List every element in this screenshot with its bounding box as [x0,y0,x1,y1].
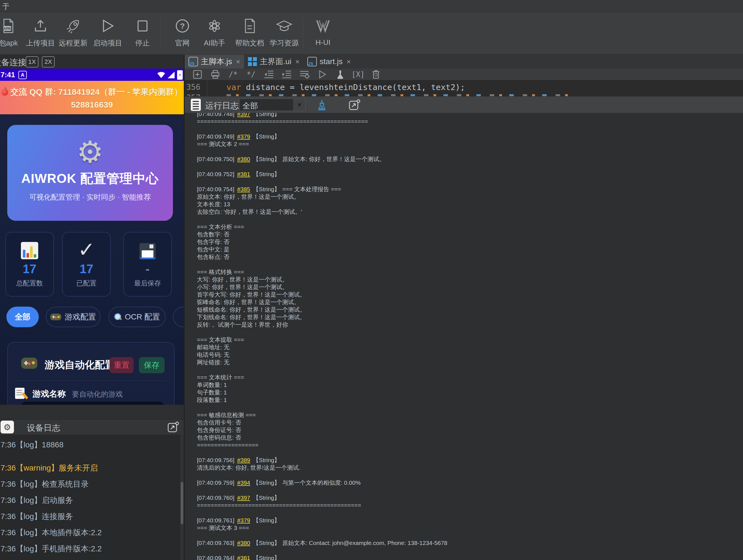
log-timestamp: [07:40:09.749] [197,133,234,140]
toolbar-item-label: AI助手 [204,38,225,48]
status-time: 7:41 [1,71,15,79]
code-editor[interactable]: 356 357 var distance = levenshteinDistan… [185,80,743,96]
filter-chip-1[interactable]: 全部 [6,307,39,327]
filter-chip-3[interactable]: OCR 配置 [108,307,166,327]
close-icon[interactable]: × [295,57,300,66]
print-icon[interactable] [210,69,221,80]
tab-主脚本.js[interactable]: 主脚本.js× [185,55,244,68]
comment-close-icon[interactable]: */ [246,69,257,80]
toolbar-item-play[interactable]: 启动项目 [90,16,125,52]
log-ref-link[interactable]: #385 [237,186,250,192]
toolbar-item-apk[interactable]: APK包apk [0,16,26,52]
close-icon[interactable]: × [346,57,351,66]
log-ref-link[interactable]: #381 [237,171,250,177]
device-log-scrollbar [180,434,184,560]
toolbar-item-label: 包apk [0,38,18,48]
log-type-tag: 【String】 [253,156,280,162]
device-log-scrollbar-thumb[interactable] [181,482,183,524]
magnifier-icon [114,313,122,321]
chevron-down-icon[interactable]: ▼ [294,99,305,111]
log-filter-dropdown[interactable]: 全部 ▼ [239,99,306,111]
filter-chip-partial[interactable] [173,307,184,327]
log-type-tag: 【String】 [253,113,280,117]
run-log-line: 首字母大写: 你好，世界！这是一个测试。 [197,291,743,298]
log-ref-link[interactable]: #394 [237,479,250,486]
toolbar-item-rocket[interactable]: 远程更新 [56,16,90,52]
run-log-line: 邮箱地址: 无 [197,343,743,351]
toolbar-item-upload[interactable]: 上传项目 [23,16,58,52]
log-ref-link[interactable]: #397 [237,113,250,117]
log-ref-link[interactable]: #379 [237,517,250,523]
run-log-spacer [197,125,743,133]
device-log-spacer [1,456,180,463]
float-log-window-icon[interactable] [348,99,360,111]
run-log-panel[interactable]: [07:40:09.748]#397【String】==============… [185,113,743,560]
run-log-line: === 敏感信息检测 === [197,411,743,419]
run-log-spacer [197,509,743,516]
log-ref-link[interactable]: #381 [237,555,250,560]
qq-banner-line2: 528816639 [0,100,184,109]
phone-mirror[interactable]: 7:41 A ⚡ 交流 QQ 群: 711841924（群一 - 苹果内测群） … [0,68,184,405]
device-log-entry: 7:36【log】本地插件版本:2.2 [1,528,180,538]
log-type-tag: 【String】 [253,540,280,546]
device-log-list[interactable]: 7:36【log】188687:36【warning】服务未开启7:36【log… [0,434,180,560]
device-log-entry: 7:36【log】连接服务 [1,512,180,521]
game-name-input[interactable] [21,402,164,405]
tab-start.js[interactable]: start.js× [303,55,355,68]
gear-icon: ⚙ [7,137,173,167]
toolbar-item-label: H-UI [315,38,330,47]
log-ref-link[interactable]: #380 [237,156,250,162]
stat-label: 最后保存 [124,279,171,288]
comment-open-icon[interactable]: /* [228,69,239,80]
toolbar-item-question[interactable]: ?官网 [165,16,200,52]
log-ref-link[interactable]: #389 [237,457,250,463]
reset-button[interactable]: 重置 [110,357,134,373]
menu-item-partial[interactable]: 于 [2,2,9,11]
new-file-icon[interactable] [192,69,203,80]
stat-label: 已配置 [63,279,110,288]
run-log-line: ================== [197,441,743,449]
toolbar-item-stop[interactable]: 停止 [125,16,160,52]
run-log-line: 下划线命名: 你好，世界！这是一个测试。 [197,313,743,321]
code-line-clipped [226,94,575,96]
run-log-line: === 文本提取 === [197,336,743,343]
toolbar-item-doc[interactable]: 帮助文档 [232,16,267,52]
toolbar-item-label: 帮助文档 [235,38,264,48]
toolbar-item-hui[interactable]: H-UI [306,16,340,52]
run-script-icon[interactable] [317,69,328,80]
game-name-label: 游戏名称 [32,388,66,400]
outdent-icon[interactable] [263,69,274,80]
clear-log-brush-icon[interactable] [316,99,328,111]
format-code-icon[interactable] [299,69,310,80]
device-log-title: 设备日志 [27,422,60,434]
scale-1x-button[interactable]: 1X [26,56,39,67]
close-icon[interactable]: × [236,57,240,66]
bar-chart-icon [21,242,38,259]
float-window-icon[interactable] [167,421,179,433]
log-type-tag: 【String】 [253,479,280,486]
log-ref-link[interactable]: #379 [237,133,250,140]
tab-主界面.ui[interactable]: 主界面.ui× [244,55,303,68]
toolbar-item-ai[interactable]: AI助手 [197,16,232,52]
run-log-spacer [197,366,743,374]
toolbar-item-label: 启动项目 [93,38,122,48]
run-log-spacer [197,471,743,479]
scale-2x-button[interactable]: 2X [42,56,55,67]
indent-icon[interactable] [281,69,292,80]
filter-chip-2[interactable]: 游戏配置 [46,307,100,327]
test-flask-icon[interactable] [335,69,346,80]
question-icon: ? [175,16,190,36]
variables-icon[interactable]: [X] [353,69,364,80]
save-button[interactable]: 保存 [139,357,165,373]
clear-trash-icon[interactable] [370,69,382,80]
run-log-line: ========================================… [197,502,743,509]
log-ref-link[interactable]: #380 [237,540,250,546]
qq-group-banner[interactable]: 交流 QQ 群: 711841924（群一 - 苹果内测群） 528816639 [0,81,184,114]
log-ref-link[interactable]: #397 [237,495,250,501]
device-log-gear-icon[interactable]: ⚙ [1,421,14,433]
log-timestamp: [07:40:09.750] [197,156,234,162]
stat-label: 总配置数 [6,279,53,288]
run-log-line: 反转: 。试测个一是这！界世，好你 [197,321,743,328]
tab-label: 主界面.ui [260,56,292,67]
toolbar-item-graduation[interactable]: 学习资源 [267,16,302,52]
